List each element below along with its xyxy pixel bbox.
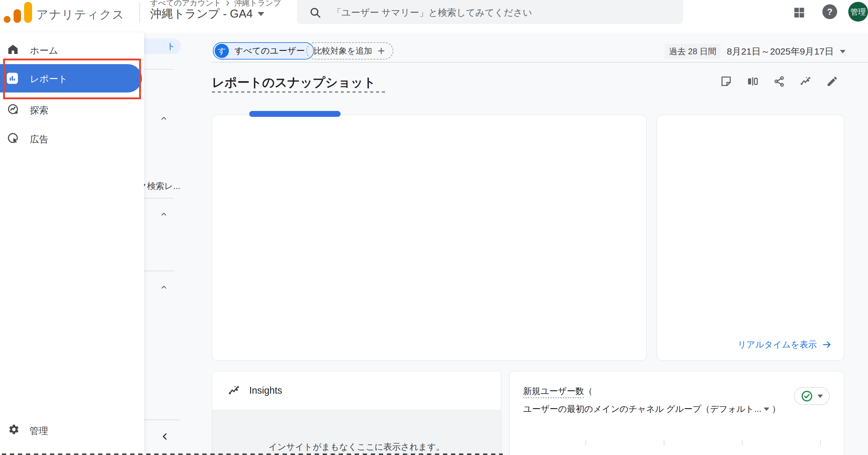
insights-icon [228, 384, 241, 397]
ads-icon [7, 132, 19, 144]
paren: ） [772, 403, 780, 415]
property-selector[interactable]: 沖縄トランプ - GA4 [150, 6, 265, 22]
new-users-card: 新規ユーザー数（ ユーザーの最初のメインのチャネル グループ（デフォルト... … [509, 371, 844, 455]
app-bar: アナリティクス すべてのアカウント 沖縄トランプ 沖縄トランプ - GA4 ? … [0, 0, 868, 33]
segment-avatar: す [215, 44, 229, 58]
divider [140, 2, 140, 23]
chevron-down-icon [840, 50, 845, 53]
chevron-up-icon[interactable] [159, 283, 168, 292]
chevron-left-icon[interactable] [160, 431, 170, 442]
report-nav-truncated-item[interactable]: ク検索レ... [138, 180, 181, 192]
chart-status-dropdown[interactable] [794, 387, 830, 405]
gear-icon [8, 424, 20, 435]
page-title-dotted-underline [212, 91, 386, 93]
product-name: アナリティクス [36, 7, 125, 23]
axis-tick [585, 441, 586, 445]
share-icon[interactable] [773, 75, 786, 88]
report-nav-divider [144, 69, 174, 70]
insights-empty-message: インサイトがまもなくここに表示されます。 [268, 441, 444, 455]
bottom-dashed-line [2, 453, 503, 455]
insights-header: Insights [212, 371, 501, 410]
search-input[interactable] [332, 7, 656, 18]
insights-icon[interactable] [799, 75, 812, 88]
avatar-label: 管理 [850, 7, 866, 17]
help-icon[interactable]: ? [823, 4, 837, 19]
chevron-down-icon [257, 12, 265, 16]
date-range-value: 8月21日～2025年9月17日 [727, 45, 834, 58]
sidebar-item-admin[interactable]: 管理 [0, 422, 144, 439]
paren: （ [584, 386, 593, 396]
add-comparison-chip[interactable]: 比較対象を追加 [306, 42, 393, 60]
dimension-label: ユーザーの最初のメインのチャネル グループ（デフォルト... [523, 403, 761, 415]
analytics-logo-icon [24, 2, 32, 23]
realtime-card: リアルタイムを表示 [657, 115, 844, 361]
sidebar-item-label: 広告 [30, 133, 49, 146]
insights-card: Insights インサイトがまもなくここに表示されます。 [212, 371, 501, 455]
chevron-up-icon[interactable] [159, 210, 168, 219]
analytics-logo-icon[interactable] [4, 16, 10, 23]
chart-line-segment [249, 111, 341, 117]
dimension-selector[interactable]: ユーザーの最初のメインのチャネル グループ（デフォルト... ） [523, 403, 780, 415]
account-avatar[interactable]: 管理 [848, 2, 868, 22]
sidebar-item-label: 管理 [30, 425, 48, 437]
sidebar-item-home[interactable]: ホーム [0, 41, 144, 59]
chevron-down-icon [817, 395, 823, 398]
add-comparison-label: 比較対象を追加 [314, 45, 372, 57]
report-toolbar [720, 75, 839, 88]
annotation-highlight-rect [3, 59, 141, 99]
report-nav-active-item-fragment: ト [166, 40, 176, 52]
green-check-icon [801, 390, 813, 402]
insights-empty-state: インサイトがまもなくここに表示されます。 [212, 410, 501, 455]
report-nav-divider [144, 198, 174, 198]
search-icon [309, 6, 322, 19]
report-nav-bottom-divider [144, 420, 180, 420]
axis-tick [664, 441, 664, 445]
date-range-preset: 過去 28 日間 [665, 44, 720, 59]
home-icon [7, 43, 19, 56]
edit-icon[interactable] [826, 75, 839, 88]
explore-icon [7, 103, 19, 115]
search-bar[interactable] [297, 0, 683, 24]
axis-tick [820, 441, 821, 445]
chevron-up-icon[interactable] [159, 114, 168, 123]
sidebar-item-advertising[interactable]: 広告 [0, 130, 144, 148]
analytics-logo-icon [13, 9, 21, 23]
new-users-card-title: 新規ユーザー数（ [523, 385, 593, 398]
sidebar-item-label: ホーム [30, 44, 58, 57]
chevron-down-icon [764, 408, 769, 411]
axis-tick [742, 441, 742, 445]
arrow-right-icon [822, 339, 832, 350]
sidebar-item-label: 探索 [30, 104, 49, 117]
view-realtime-label: リアルタイムを表示 [738, 339, 817, 351]
page-title: レポートのスナップショット [212, 74, 376, 91]
chevron-right-icon [224, 0, 231, 6]
switcher-grid-icon[interactable] [793, 6, 806, 19]
date-range-picker[interactable]: 過去 28 日間 8月21日～2025年9月17日 [665, 44, 845, 59]
users-chart-card [212, 115, 647, 361]
view-realtime-link[interactable]: リアルタイムを表示 [738, 339, 832, 351]
all-users-segment-chip[interactable]: す すべてのユーザー [213, 42, 314, 60]
help-glyph: ? [827, 7, 833, 17]
insights-title: Insights [249, 385, 282, 396]
metric-selector[interactable]: 新規ユーザー数 [523, 386, 584, 398]
note-icon[interactable] [720, 75, 733, 88]
compare-icon[interactable] [746, 75, 759, 88]
header-divider [212, 62, 868, 63]
sidebar-item-explore[interactable]: 探索 [0, 101, 144, 118]
report-nav-divider [144, 271, 174, 271]
property-name: 沖縄トランプ - GA4 [150, 6, 253, 22]
segment-chip-label: すべてのユーザー [235, 45, 305, 57]
plus-icon [377, 46, 386, 56]
